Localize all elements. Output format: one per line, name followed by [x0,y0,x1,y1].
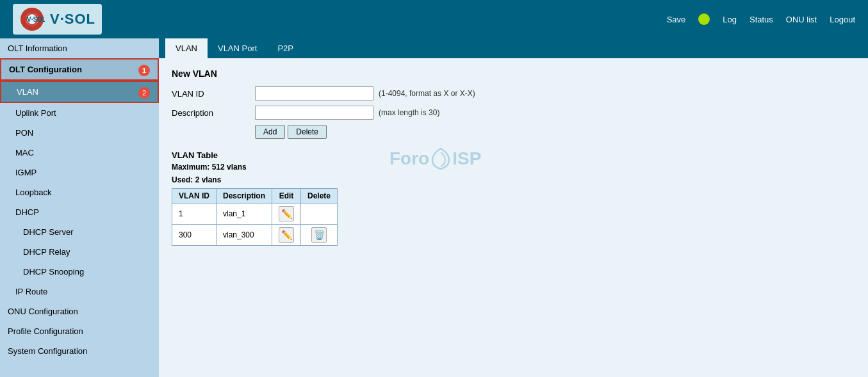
sidebar-item-olt-info[interactable]: OLT Information [0,38,159,58]
sidebar-item-mac[interactable]: MAC [0,143,159,163]
badge-2: 2 [138,87,150,99]
description-hint: (max length is 30) [379,108,439,117]
status-link[interactable]: Status [749,15,773,24]
table-row: 300vlan_300✏️🗑️ [172,225,338,246]
log-link[interactable]: Log [723,15,737,24]
sidebar-item-vlan[interactable]: VLAN 2 [0,81,159,103]
col-vlan-id: VLAN ID [172,189,217,204]
delete-cell: 🗑️ [301,225,338,246]
tab-p2p[interactable]: P2P [267,38,304,58]
new-vlan-title: New VLAN [172,68,855,79]
col-delete: Delete [301,189,338,204]
description-cell: vlan_1 [217,204,272,225]
logout-link[interactable]: Logout [830,15,855,24]
vlan-max: Maximum: 512 vlans [172,163,855,172]
tab-vlan[interactable]: VLAN [165,38,208,58]
table-row: 1vlan_1✏️ [172,204,338,225]
sidebar-item-dhcp-snooping[interactable]: DHCP Snooping [0,262,159,282]
edit-button[interactable]: ✏️ [279,227,294,243]
description-row: Description (max length is 30) [172,106,855,120]
vlan-table: VLAN ID Description Edit Delete 1vlan_1✏… [172,188,338,246]
sidebar-item-dhcp-server[interactable]: DHCP Server [0,222,159,242]
sidebar-item-ip-route[interactable]: IP Route [0,282,159,301]
add-button[interactable]: Add [255,125,285,139]
description-cell: vlan_300 [217,225,272,246]
edit-button[interactable]: ✏️ [279,206,294,221]
tab-bar: VLAN VLAN Port P2P [159,38,868,58]
description-label: Description [172,108,255,118]
layout: OLT Information OLT Configuration 1 VLAN… [0,38,868,377]
sidebar-item-onu-config[interactable]: ONU Configuration [0,301,159,321]
delete-row-button[interactable]: 🗑️ [311,227,327,243]
sidebar-item-dhcp-relay[interactable]: DHCP Relay [0,242,159,262]
form-buttons: Add Delete [255,125,855,139]
edit-cell: ✏️ [272,225,301,246]
sidebar-item-uplink-port[interactable]: Uplink Port [0,103,159,123]
sidebar-item-pon[interactable]: PON [0,123,159,143]
edit-cell: ✏️ [272,204,301,225]
delete-button[interactable]: Delete [288,125,327,139]
vlan-table-section: VLAN Table Maximum: 512 vlans Used: 2 vl… [172,150,855,246]
content-area: New VLAN VLAN ID (1-4094, format as X or… [159,58,868,256]
vlan-id-hint: (1-4094, format as X or X-X) [379,89,475,98]
tab-vlan-port[interactable]: VLAN Port [208,38,267,58]
vlan-id-label: VLAN ID [172,89,255,99]
sidebar-item-igmp[interactable]: IGMP [0,163,159,182]
sidebar-item-olt-config[interactable]: OLT Configuration 1 [0,58,159,81]
header-actions: Save Log Status ONU list Logout [667,13,855,25]
logo-icon: V·SOL [19,6,45,32]
sidebar-item-system-config[interactable]: System Configuration [0,341,159,361]
onu-list-link[interactable]: ONU list [786,15,817,24]
delete-cell [301,204,338,225]
vlan-id-row: VLAN ID (1-4094, format as X or X-X) [172,86,855,100]
badge-1: 1 [138,65,150,76]
status-dot [698,13,710,25]
vlan-id-cell: 300 [172,225,217,246]
logo-text: V·SOL [50,11,95,28]
vlan-id-cell: 1 [172,204,217,225]
sidebar-item-profile-config[interactable]: Profile Configuration [0,321,159,341]
main-content: VLAN VLAN Port P2P New VLAN VLAN ID (1-4… [159,38,868,377]
svg-text:V·SOL: V·SOL [27,16,45,23]
sidebar-item-dhcp[interactable]: DHCP [0,202,159,222]
logo: V·SOL V·SOL [13,4,102,35]
col-edit: Edit [272,189,301,204]
save-button[interactable]: Save [667,15,686,24]
col-description: Description [217,189,272,204]
vlan-id-input[interactable] [255,86,373,100]
sidebar: OLT Information OLT Configuration 1 VLAN… [0,38,159,377]
description-input[interactable] [255,106,373,120]
vlan-table-title: VLAN Table [172,150,855,160]
sidebar-item-loopback[interactable]: Loopback [0,182,159,202]
vlan-used: Used: 2 vlans [172,175,855,184]
header: V·SOL V·SOL Save Log Status ONU list Log… [0,0,868,38]
